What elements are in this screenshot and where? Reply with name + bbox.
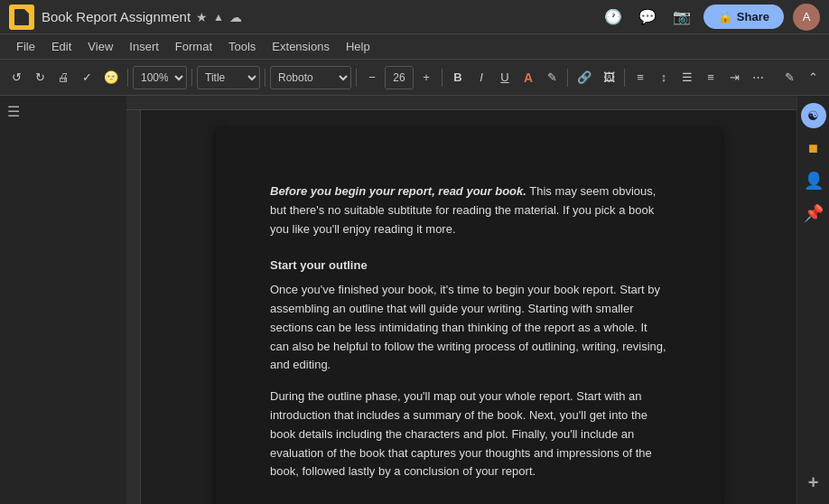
ruler-container: Before you begin your report, read your … bbox=[126, 96, 796, 504]
image-button[interactable]: 🖼 bbox=[598, 65, 619, 90]
menu-bar: File Edit View Insert Format Tools Exten… bbox=[0, 34, 829, 60]
font-select[interactable]: Roboto Arial Times New Roman bbox=[270, 66, 351, 89]
paragraph-1-bold: Before you begin your report, read your … bbox=[270, 184, 526, 198]
indent-button[interactable]: ⇥ bbox=[723, 65, 745, 90]
divider-6 bbox=[567, 69, 568, 87]
app-icon bbox=[9, 5, 34, 30]
lock-icon: 🔒 bbox=[718, 10, 732, 23]
list-button[interactable]: ≡ bbox=[700, 65, 722, 90]
drive-icon[interactable]: ▲ bbox=[213, 11, 224, 23]
expand-button[interactable]: ⌃ bbox=[802, 65, 824, 90]
divider-2 bbox=[191, 69, 192, 87]
sidebar-icon-person[interactable]: 👤 bbox=[801, 168, 826, 193]
font-color-button[interactable]: A bbox=[517, 65, 539, 90]
sidebar-icon-blue[interactable]: ☯ bbox=[801, 103, 826, 128]
toolbar: ↺ ↻ 🖨 ✓ 🌝 100% 75% 125% 150% Title Norma… bbox=[0, 60, 829, 96]
paint-format-button[interactable]: 🌝 bbox=[99, 65, 123, 90]
paragraph-3: During the outline phase, you'll map out… bbox=[270, 387, 667, 481]
doc-area-row: Before you begin your report, read your … bbox=[126, 110, 796, 504]
left-ruler bbox=[126, 110, 141, 504]
share-label: Share bbox=[737, 10, 769, 23]
sidebar-icon-map[interactable]: 📌 bbox=[801, 201, 826, 226]
star-icon[interactable]: ★ bbox=[196, 10, 208, 24]
bold-button[interactable]: B bbox=[447, 65, 469, 90]
font-size-input[interactable]: 26 bbox=[385, 66, 414, 89]
menu-edit[interactable]: Edit bbox=[44, 37, 79, 56]
divider-4 bbox=[356, 69, 357, 87]
menu-format[interactable]: Format bbox=[168, 37, 219, 56]
align-button[interactable]: ≡ bbox=[629, 65, 651, 90]
underline-button[interactable]: U bbox=[494, 65, 516, 90]
heading-2: Start your outline bbox=[270, 257, 667, 275]
more-options-button[interactable]: ⋯ bbox=[747, 65, 768, 90]
paragraph-1: Before you begin your report, read your … bbox=[270, 182, 667, 238]
paragraph-2: Once you've finished your book, it's tim… bbox=[270, 281, 667, 375]
right-sidebar: ☯ ■ 👤 📌 + bbox=[796, 96, 829, 504]
checklist-button[interactable]: ☰ bbox=[676, 65, 698, 90]
menu-file[interactable]: File bbox=[9, 37, 42, 56]
main-area: ☰ Before you begin your report, read you… bbox=[0, 96, 829, 504]
camera-icon[interactable]: 📷 bbox=[669, 6, 694, 27]
redo-button[interactable]: ↻ bbox=[29, 65, 51, 90]
document-title: Book Report Assignment bbox=[42, 9, 191, 24]
divider-5 bbox=[442, 69, 442, 87]
divider-7 bbox=[624, 69, 625, 87]
header-right: 🕐 💬 📷 🔒 Share A bbox=[601, 4, 820, 31]
title-icons: ★ ▲ ☁ bbox=[196, 10, 242, 24]
decrease-font-size-button[interactable]: − bbox=[361, 65, 383, 90]
user-avatar[interactable]: A bbox=[793, 4, 820, 31]
spellcheck-button[interactable]: ✓ bbox=[76, 65, 98, 90]
highlight-button[interactable]: ✎ bbox=[541, 65, 563, 90]
sidebar-icon-orange[interactable]: ■ bbox=[801, 135, 826, 161]
ruler bbox=[126, 96, 796, 110]
font-size-container: − 26 + bbox=[361, 65, 437, 90]
draw-button[interactable]: ✎ bbox=[778, 65, 800, 90]
italic-button[interactable]: I bbox=[470, 65, 492, 90]
app-icon-shape bbox=[14, 9, 29, 25]
cloud-icon[interactable]: ☁ bbox=[229, 10, 242, 24]
comment-icon[interactable]: 💬 bbox=[635, 6, 660, 27]
undo-button[interactable]: ↺ bbox=[5, 65, 27, 90]
divider-1 bbox=[127, 69, 128, 87]
print-button[interactable]: 🖨 bbox=[52, 65, 74, 90]
history-icon[interactable]: 🕐 bbox=[601, 6, 626, 27]
menu-help[interactable]: Help bbox=[339, 37, 377, 56]
link-button[interactable]: 🔗 bbox=[573, 65, 596, 90]
doc-scroll[interactable]: Before you begin your report, read your … bbox=[141, 110, 796, 504]
divider-3 bbox=[265, 69, 265, 87]
zoom-select[interactable]: 100% 75% 125% 150% bbox=[133, 66, 187, 89]
menu-insert[interactable]: Insert bbox=[122, 37, 166, 56]
outline-icon[interactable]: ☰ bbox=[7, 103, 20, 120]
sidebar-add-button[interactable]: + bbox=[801, 470, 826, 495]
menu-view[interactable]: View bbox=[80, 37, 120, 56]
increase-font-size-button[interactable]: + bbox=[415, 65, 437, 90]
ruler-inner bbox=[126, 96, 796, 109]
menu-extensions[interactable]: Extensions bbox=[265, 37, 337, 56]
share-button[interactable]: 🔒 Share bbox=[703, 5, 784, 29]
left-panel: ☰ bbox=[0, 96, 126, 504]
doc-page: Before you begin your report, read your … bbox=[216, 128, 722, 504]
style-select[interactable]: Title Normal text Heading 1 Heading 2 He… bbox=[197, 66, 260, 89]
line-spacing-button[interactable]: ↕ bbox=[653, 65, 675, 90]
title-bar: Book Report Assignment ★ ▲ ☁ 🕐 💬 📷 🔒 Sha… bbox=[0, 0, 829, 34]
menu-tools[interactable]: Tools bbox=[221, 37, 263, 56]
